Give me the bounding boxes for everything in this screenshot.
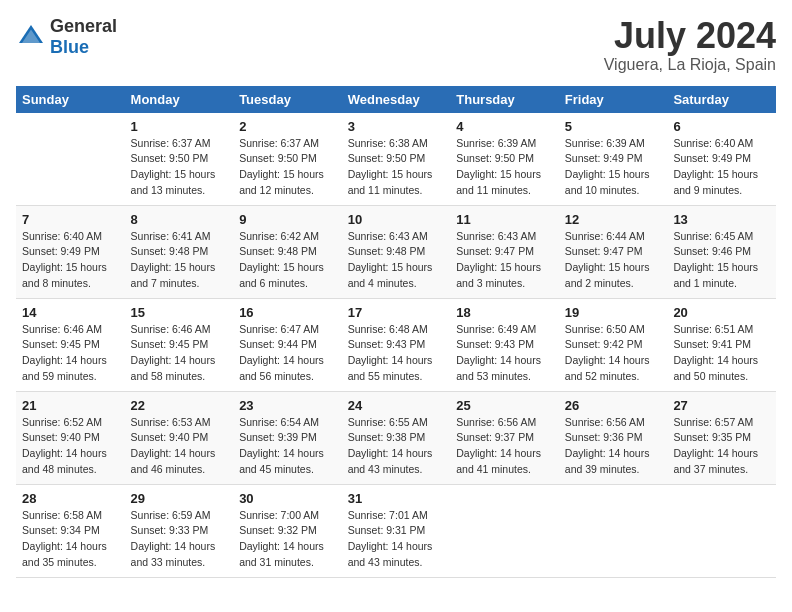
calendar-week-row: 21Sunrise: 6:52 AMSunset: 9:40 PMDayligh… <box>16 391 776 484</box>
day-info: Sunrise: 6:42 AMSunset: 9:48 PMDaylight:… <box>239 229 336 292</box>
calendar-cell: 21Sunrise: 6:52 AMSunset: 9:40 PMDayligh… <box>16 391 125 484</box>
day-info: Sunrise: 6:41 AMSunset: 9:48 PMDaylight:… <box>131 229 228 292</box>
calendar-cell: 28Sunrise: 6:58 AMSunset: 9:34 PMDayligh… <box>16 484 125 577</box>
day-number: 12 <box>565 212 662 227</box>
day-info: Sunrise: 6:58 AMSunset: 9:34 PMDaylight:… <box>22 508 119 571</box>
weekday-header-monday: Monday <box>125 86 234 113</box>
logo-icon <box>16 22 46 52</box>
day-number: 29 <box>131 491 228 506</box>
day-info: Sunrise: 6:53 AMSunset: 9:40 PMDaylight:… <box>131 415 228 478</box>
day-info: Sunrise: 6:46 AMSunset: 9:45 PMDaylight:… <box>131 322 228 385</box>
day-number: 23 <box>239 398 336 413</box>
calendar-cell: 10Sunrise: 6:43 AMSunset: 9:48 PMDayligh… <box>342 205 451 298</box>
calendar-cell: 31Sunrise: 7:01 AMSunset: 9:31 PMDayligh… <box>342 484 451 577</box>
page-subtitle: Viguera, La Rioja, Spain <box>604 56 776 74</box>
day-number: 26 <box>565 398 662 413</box>
logo-blue: Blue <box>50 37 89 57</box>
day-info: Sunrise: 6:40 AMSunset: 9:49 PMDaylight:… <box>673 136 770 199</box>
day-number: 25 <box>456 398 553 413</box>
title-block: July 2024 Viguera, La Rioja, Spain <box>604 16 776 74</box>
logo-general: General <box>50 16 117 36</box>
calendar-cell: 22Sunrise: 6:53 AMSunset: 9:40 PMDayligh… <box>125 391 234 484</box>
calendar-week-row: 28Sunrise: 6:58 AMSunset: 9:34 PMDayligh… <box>16 484 776 577</box>
calendar-cell: 8Sunrise: 6:41 AMSunset: 9:48 PMDaylight… <box>125 205 234 298</box>
day-number: 20 <box>673 305 770 320</box>
day-info: Sunrise: 6:44 AMSunset: 9:47 PMDaylight:… <box>565 229 662 292</box>
day-number: 2 <box>239 119 336 134</box>
calendar-cell: 4Sunrise: 6:39 AMSunset: 9:50 PMDaylight… <box>450 113 559 206</box>
day-info: Sunrise: 6:59 AMSunset: 9:33 PMDaylight:… <box>131 508 228 571</box>
day-info: Sunrise: 6:56 AMSunset: 9:36 PMDaylight:… <box>565 415 662 478</box>
day-number: 6 <box>673 119 770 134</box>
calendar-cell <box>450 484 559 577</box>
calendar-cell: 17Sunrise: 6:48 AMSunset: 9:43 PMDayligh… <box>342 298 451 391</box>
day-info: Sunrise: 6:45 AMSunset: 9:46 PMDaylight:… <box>673 229 770 292</box>
calendar-cell: 30Sunrise: 7:00 AMSunset: 9:32 PMDayligh… <box>233 484 342 577</box>
day-number: 8 <box>131 212 228 227</box>
weekday-header-wednesday: Wednesday <box>342 86 451 113</box>
day-info: Sunrise: 6:39 AMSunset: 9:50 PMDaylight:… <box>456 136 553 199</box>
day-number: 14 <box>22 305 119 320</box>
day-number: 10 <box>348 212 445 227</box>
day-number: 21 <box>22 398 119 413</box>
day-number: 16 <box>239 305 336 320</box>
day-info: Sunrise: 6:55 AMSunset: 9:38 PMDaylight:… <box>348 415 445 478</box>
calendar-cell: 29Sunrise: 6:59 AMSunset: 9:33 PMDayligh… <box>125 484 234 577</box>
day-info: Sunrise: 6:38 AMSunset: 9:50 PMDaylight:… <box>348 136 445 199</box>
day-info: Sunrise: 6:37 AMSunset: 9:50 PMDaylight:… <box>239 136 336 199</box>
day-number: 3 <box>348 119 445 134</box>
day-info: Sunrise: 6:52 AMSunset: 9:40 PMDaylight:… <box>22 415 119 478</box>
calendar-cell: 13Sunrise: 6:45 AMSunset: 9:46 PMDayligh… <box>667 205 776 298</box>
calendar-cell <box>16 113 125 206</box>
day-info: Sunrise: 6:37 AMSunset: 9:50 PMDaylight:… <box>131 136 228 199</box>
calendar-cell: 3Sunrise: 6:38 AMSunset: 9:50 PMDaylight… <box>342 113 451 206</box>
day-info: Sunrise: 6:43 AMSunset: 9:47 PMDaylight:… <box>456 229 553 292</box>
calendar-cell: 11Sunrise: 6:43 AMSunset: 9:47 PMDayligh… <box>450 205 559 298</box>
calendar-cell: 6Sunrise: 6:40 AMSunset: 9:49 PMDaylight… <box>667 113 776 206</box>
calendar-cell: 15Sunrise: 6:46 AMSunset: 9:45 PMDayligh… <box>125 298 234 391</box>
calendar-cell: 1Sunrise: 6:37 AMSunset: 9:50 PMDaylight… <box>125 113 234 206</box>
day-number: 5 <box>565 119 662 134</box>
day-number: 30 <box>239 491 336 506</box>
day-info: Sunrise: 6:48 AMSunset: 9:43 PMDaylight:… <box>348 322 445 385</box>
calendar-week-row: 7Sunrise: 6:40 AMSunset: 9:49 PMDaylight… <box>16 205 776 298</box>
calendar-week-row: 14Sunrise: 6:46 AMSunset: 9:45 PMDayligh… <box>16 298 776 391</box>
calendar-cell: 16Sunrise: 6:47 AMSunset: 9:44 PMDayligh… <box>233 298 342 391</box>
weekday-header-saturday: Saturday <box>667 86 776 113</box>
calendar-cell <box>667 484 776 577</box>
calendar-cell: 9Sunrise: 6:42 AMSunset: 9:48 PMDaylight… <box>233 205 342 298</box>
day-info: Sunrise: 6:39 AMSunset: 9:49 PMDaylight:… <box>565 136 662 199</box>
calendar-table: SundayMondayTuesdayWednesdayThursdayFrid… <box>16 86 776 578</box>
day-number: 19 <box>565 305 662 320</box>
day-number: 15 <box>131 305 228 320</box>
calendar-cell: 19Sunrise: 6:50 AMSunset: 9:42 PMDayligh… <box>559 298 668 391</box>
day-info: Sunrise: 6:49 AMSunset: 9:43 PMDaylight:… <box>456 322 553 385</box>
weekday-header-friday: Friday <box>559 86 668 113</box>
logo: General Blue <box>16 16 117 58</box>
day-number: 4 <box>456 119 553 134</box>
calendar-cell: 14Sunrise: 6:46 AMSunset: 9:45 PMDayligh… <box>16 298 125 391</box>
weekday-header-thursday: Thursday <box>450 86 559 113</box>
calendar-cell: 26Sunrise: 6:56 AMSunset: 9:36 PMDayligh… <box>559 391 668 484</box>
day-number: 7 <box>22 212 119 227</box>
day-info: Sunrise: 6:51 AMSunset: 9:41 PMDaylight:… <box>673 322 770 385</box>
weekday-header-tuesday: Tuesday <box>233 86 342 113</box>
calendar-cell: 24Sunrise: 6:55 AMSunset: 9:38 PMDayligh… <box>342 391 451 484</box>
weekday-header-sunday: Sunday <box>16 86 125 113</box>
day-number: 27 <box>673 398 770 413</box>
calendar-cell: 2Sunrise: 6:37 AMSunset: 9:50 PMDaylight… <box>233 113 342 206</box>
day-info: Sunrise: 6:56 AMSunset: 9:37 PMDaylight:… <box>456 415 553 478</box>
day-number: 31 <box>348 491 445 506</box>
page-title: July 2024 <box>604 16 776 56</box>
weekday-header-row: SundayMondayTuesdayWednesdayThursdayFrid… <box>16 86 776 113</box>
calendar-cell: 5Sunrise: 6:39 AMSunset: 9:49 PMDaylight… <box>559 113 668 206</box>
day-info: Sunrise: 6:50 AMSunset: 9:42 PMDaylight:… <box>565 322 662 385</box>
day-number: 18 <box>456 305 553 320</box>
calendar-cell: 18Sunrise: 6:49 AMSunset: 9:43 PMDayligh… <box>450 298 559 391</box>
day-info: Sunrise: 6:57 AMSunset: 9:35 PMDaylight:… <box>673 415 770 478</box>
calendar-cell: 12Sunrise: 6:44 AMSunset: 9:47 PMDayligh… <box>559 205 668 298</box>
page-header: General Blue July 2024 Viguera, La Rioja… <box>16 16 776 74</box>
day-info: Sunrise: 7:01 AMSunset: 9:31 PMDaylight:… <box>348 508 445 571</box>
calendar-cell: 20Sunrise: 6:51 AMSunset: 9:41 PMDayligh… <box>667 298 776 391</box>
day-number: 22 <box>131 398 228 413</box>
